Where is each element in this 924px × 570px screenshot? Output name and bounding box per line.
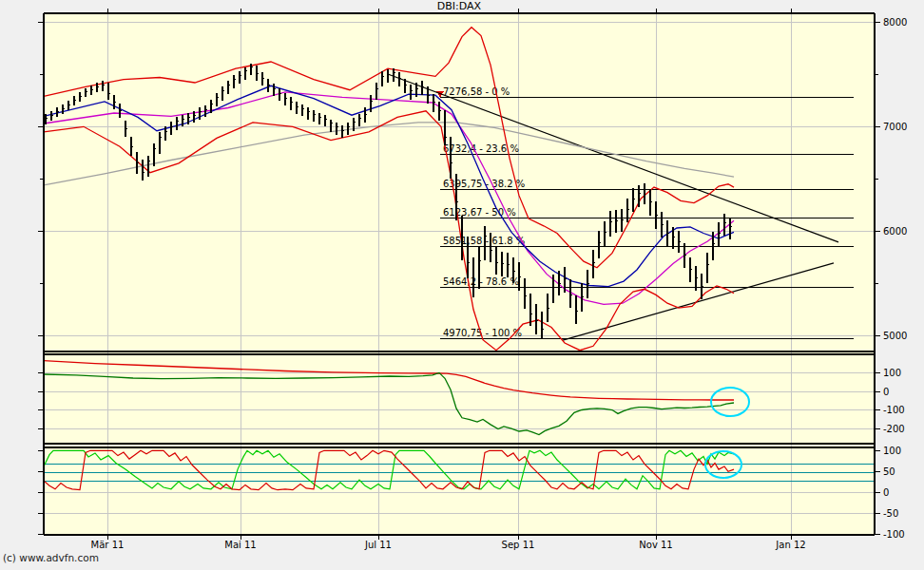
y-axis-label: 100 bbox=[883, 446, 901, 456]
y-axis-label: -100 bbox=[883, 529, 905, 540]
y-axis-label: 8000 bbox=[883, 17, 907, 28]
fibonacci-level-label: 6123,67 - 50 % bbox=[443, 207, 516, 218]
y-axis-label: -50 bbox=[883, 508, 898, 519]
y-axis-label: 7000 bbox=[883, 122, 907, 132]
y-axis-label: -200 bbox=[883, 424, 905, 434]
y-axis-label: 100 bbox=[883, 368, 901, 378]
y-axis-label: 0 bbox=[883, 387, 889, 397]
y-axis-label: 6000 bbox=[883, 226, 907, 237]
fibonacci-level-label: 5464,2 - 78.6 % bbox=[443, 276, 519, 287]
x-axis-month-label: Jul 11 bbox=[364, 540, 392, 550]
y-axis-label: -100 bbox=[883, 405, 905, 415]
copyright-text: (c) www.advfn.com bbox=[3, 552, 99, 563]
x-axis-month-label: Mai 11 bbox=[224, 540, 256, 550]
x-axis-month-label: Jan 12 bbox=[775, 540, 805, 550]
fibonacci-level-label: 5851,58 - 61.8 % bbox=[443, 236, 525, 246]
price-chart-svg: Mär 11Mai 11Jul 11Sep 11Nov 11Jan 127276… bbox=[0, 0, 924, 570]
x-axis-month-label: Mär 11 bbox=[91, 540, 125, 550]
y-axis-label: 0 bbox=[883, 487, 889, 498]
y-axis-label: 5000 bbox=[883, 331, 907, 341]
fibonacci-level-label: 7276,58 - 0 % bbox=[443, 86, 510, 97]
x-axis-month-label: Sep 11 bbox=[502, 540, 535, 550]
x-axis-month-label: Nov 11 bbox=[639, 540, 672, 550]
y-axis-label: 50 bbox=[883, 466, 895, 477]
chart-window: DBI:DAX Mär 11Mai 11Jul 11Sep 11Nov 11Ja… bbox=[0, 0, 924, 570]
